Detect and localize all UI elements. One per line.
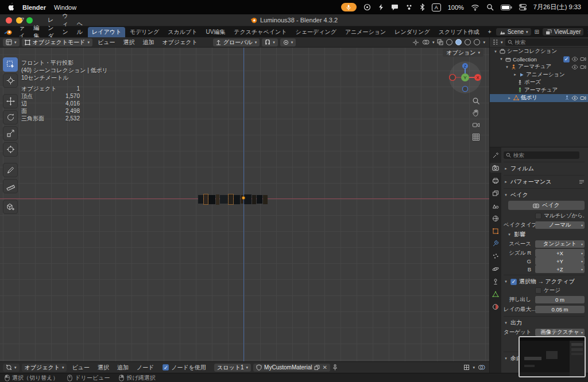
overlays-toggle-icon[interactable] xyxy=(422,39,430,45)
floating-preview-window[interactable] xyxy=(519,336,586,377)
shading-solid-button[interactable] xyxy=(455,39,462,45)
bluetooth-icon[interactable] xyxy=(420,3,425,11)
shader-editor-type-selector[interactable]: ▾ xyxy=(3,364,20,372)
tab-modifiers[interactable] xyxy=(490,239,501,248)
outliner-row-armature-object[interactable]: ▾ アーマチュア xyxy=(490,63,588,71)
shader-type-selector[interactable]: オブジェクト▾ xyxy=(22,364,67,372)
use-nodes-checkbox[interactable]: ✓ xyxy=(163,364,169,371)
cage-checkbox[interactable] xyxy=(535,287,541,294)
viewport-menu-object[interactable]: オブジェクト xyxy=(159,38,200,46)
properties-search-input[interactable] xyxy=(513,152,577,158)
navigation-gizmo[interactable]: Z X Y xyxy=(448,60,482,95)
space-dropdown[interactable]: タンジェント▾ xyxy=(535,240,585,248)
pan-view-button[interactable] xyxy=(471,108,481,118)
disable-render-camera-icon[interactable] xyxy=(580,65,586,69)
outliner-editor-icon[interactable] xyxy=(492,39,498,45)
transform-orientation-selector[interactable]: グローバル ▾ xyxy=(213,38,260,46)
overlay-toggle-icon[interactable] xyxy=(478,364,485,371)
performance-section-header[interactable]: ▸パフォーマンス xyxy=(504,177,585,186)
bake-button[interactable]: ベイク xyxy=(508,201,585,210)
snap-node-icon[interactable] xyxy=(463,364,470,371)
workspace-tab-sculpting[interactable]: スカルプト xyxy=(164,27,201,37)
preset-menu-icon[interactable] xyxy=(579,180,585,184)
tab-world[interactable] xyxy=(490,213,501,223)
tab-viewlayer[interactable] xyxy=(490,188,501,198)
shader-menu-select[interactable]: 選択 xyxy=(95,364,112,372)
outliner-row-lowpoly[interactable]: ▸ 低ポリ xyxy=(490,94,588,102)
shading-dropdown[interactable]: ▾ xyxy=(483,40,485,45)
material-name-field[interactable]: MyCustomMaterial ✕ xyxy=(253,364,330,372)
workspace-tab-shading[interactable]: シェーディング xyxy=(291,27,340,37)
disable-render-camera-icon[interactable] xyxy=(580,96,586,100)
apple-menu-icon[interactable] xyxy=(7,3,14,11)
tab-material[interactable] xyxy=(490,302,501,311)
shader-menu-add[interactable]: 追加 xyxy=(114,364,131,372)
bake-target-dropdown[interactable]: 画像テクスチャ▾ xyxy=(535,329,585,337)
snap-dropdown[interactable]: ▾ xyxy=(473,365,475,370)
zoom-view-button[interactable] xyxy=(471,96,481,106)
pin-icon[interactable] xyxy=(332,364,338,371)
menubar-app-name[interactable]: Blender xyxy=(22,4,46,11)
scale-tool[interactable] xyxy=(3,126,18,141)
xray-toggle-icon[interactable] xyxy=(437,39,443,45)
shading-rendered-button[interactable] xyxy=(474,39,480,45)
workspace-tab-texturepaint[interactable]: テクスチャペイント xyxy=(230,27,291,37)
overlays-dropdown[interactable]: ▾ xyxy=(432,40,435,45)
proportional-editing-toggle[interactable]: ▾ xyxy=(280,38,296,46)
close-window-button[interactable] xyxy=(6,17,12,24)
disable-render-camera-icon[interactable] xyxy=(580,57,586,61)
menubar-status-icon[interactable] xyxy=(405,3,413,11)
workspace-tab-rendering[interactable]: レンダリング xyxy=(390,27,434,37)
workspace-tab-modeling[interactable]: モデリング xyxy=(126,27,163,37)
shader-menu-node[interactable]: ノード xyxy=(134,364,157,372)
viewport-options-button[interactable]: オプション▾ xyxy=(443,49,483,57)
bake-section-header[interactable]: ▾ベイク xyxy=(504,190,585,200)
selected-to-active-header[interactable]: ▾ ✓ 選択物 → アクティブ xyxy=(504,277,585,286)
scene-object[interactable] xyxy=(198,194,268,205)
outliner-row-collection[interactable]: ▾ Collection ✓ xyxy=(490,56,588,64)
outliner-editor-dropdown[interactable]: ▾ xyxy=(501,40,503,45)
tab-object[interactable] xyxy=(490,226,501,236)
unlink-material-icon[interactable]: ✕ xyxy=(322,364,327,371)
workspace-tab-scripting[interactable]: スクリプト作成 xyxy=(435,27,483,37)
bake-from-multires-checkbox[interactable] xyxy=(535,213,541,219)
snapping-toggle[interactable]: ▾ xyxy=(262,38,278,46)
swizzle-g-dropdown[interactable]: +Y▾ xyxy=(535,257,585,265)
wifi-icon[interactable] xyxy=(471,4,479,11)
transform-tool[interactable] xyxy=(3,142,18,157)
viewport-menu-view[interactable]: ビュー xyxy=(95,38,118,46)
rotate-tool[interactable] xyxy=(3,110,18,124)
outliner-search-input[interactable] xyxy=(515,39,588,45)
add-workspace-button[interactable]: + xyxy=(484,28,496,36)
blender-logo-icon[interactable] xyxy=(4,29,13,36)
selected-to-active-checkbox[interactable]: ✓ xyxy=(510,279,517,285)
shading-wireframe-button[interactable] xyxy=(446,39,452,45)
outliner-row-pose[interactable]: ポーズ xyxy=(490,79,588,87)
tab-particles[interactable] xyxy=(490,251,501,261)
viewlayer-selector[interactable]: ViewLayer xyxy=(543,28,584,36)
film-section-header[interactable]: ▸フィルム xyxy=(504,164,585,173)
menubar-status-icon[interactable] xyxy=(363,3,371,11)
tab-object-data[interactable] xyxy=(490,289,501,299)
tab-output[interactable] xyxy=(490,176,501,185)
outliner-row-animation[interactable]: ▸ アニメーション xyxy=(490,71,588,79)
tab-constraints[interactable] xyxy=(490,276,501,286)
menubar-status-icon[interactable] xyxy=(378,3,384,11)
shader-menu-view[interactable]: ビュー xyxy=(69,364,92,372)
workspace-tab-animation[interactable]: アニメーション xyxy=(341,27,390,37)
move-tool[interactable] xyxy=(3,94,18,108)
control-center-icon[interactable] xyxy=(519,4,527,10)
swizzle-b-dropdown[interactable]: +Z▾ xyxy=(535,265,585,273)
cursor-tool[interactable] xyxy=(3,73,18,88)
tab-render[interactable] xyxy=(490,163,501,173)
outliner-row-armature-data[interactable]: アーマチュア xyxy=(490,87,588,95)
scene-selector[interactable]: Scene ▾ xyxy=(496,28,531,36)
hide-eye-icon[interactable] xyxy=(571,57,578,61)
duplicate-material-icon[interactable] xyxy=(314,365,320,371)
3d-viewport[interactable]: フロント・平行投影 (40) シーンコレクション | 低ポリ 10センチメートル… xyxy=(0,48,489,361)
spotlight-search-icon[interactable] xyxy=(486,3,494,11)
tab-tool[interactable] xyxy=(490,150,501,160)
collection-checkbox[interactable]: ✓ xyxy=(563,56,570,63)
editor-type-selector[interactable]: ▾ xyxy=(3,38,20,46)
menubar-clock[interactable]: 7月26日(土) 9:33 xyxy=(533,3,581,11)
